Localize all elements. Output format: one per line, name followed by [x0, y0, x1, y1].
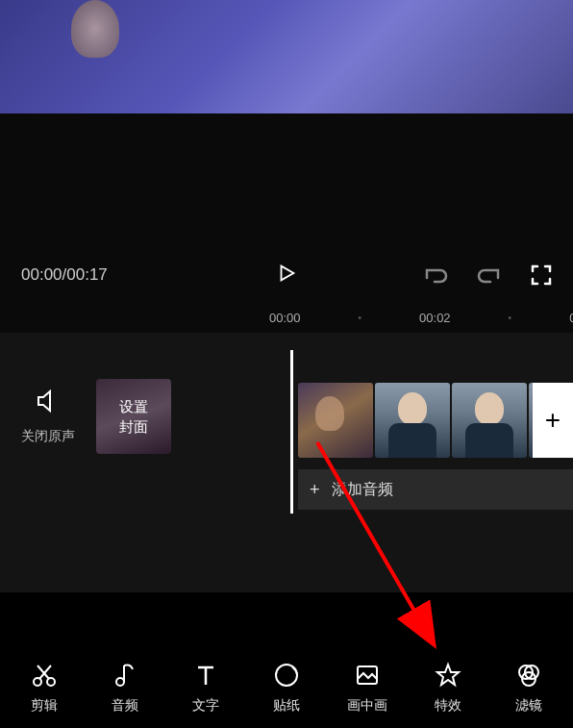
scissors-icon [31, 661, 58, 690]
play-button[interactable] [276, 262, 297, 289]
svg-point-11 [276, 665, 297, 686]
image-icon [354, 661, 381, 690]
timeline-ruler: 00:00 • 00:02 • 0 [0, 302, 573, 333]
timeline-area[interactable]: 关闭原声 设置 封面 + + 添加音频 [0, 333, 573, 592]
add-clip-button[interactable]: + [533, 383, 573, 458]
svg-line-5 [39, 665, 51, 679]
text-tool[interactable]: 文字 [170, 661, 241, 715]
ruler-dot: • [359, 313, 362, 323]
undo-button[interactable] [423, 264, 448, 286]
ruler-mark: 00:02 [419, 311, 451, 325]
sticker-icon [273, 661, 300, 690]
ruler-dot: • [509, 313, 512, 323]
mute-label: 关闭原声 [21, 428, 75, 445]
text-icon [192, 661, 219, 690]
video-preview-frame[interactable] [0, 0, 573, 113]
tool-label: 贴纸 [273, 697, 300, 715]
audio-tool[interactable]: 音频 [89, 661, 161, 715]
filter-tool[interactable]: 滤镜 [493, 661, 564, 715]
svg-marker-0 [282, 266, 294, 281]
cover-label-2: 封面 [119, 416, 148, 437]
ruler-mark: 0 [569, 311, 573, 325]
tool-label: 文字 [192, 697, 219, 715]
pip-tool[interactable]: 画中画 [332, 661, 403, 715]
clip-thumbnail[interactable] [375, 383, 450, 458]
bottom-toolbar: 剪辑 音频 文字 贴纸 画中画 特效 滤镜 [0, 651, 573, 728]
fullscreen-button[interactable] [531, 264, 552, 286]
clip-thumbnail[interactable] [452, 383, 527, 458]
edit-tool[interactable]: 剪辑 [9, 661, 80, 715]
cover-label-1: 设置 [119, 396, 148, 416]
add-audio-track[interactable]: + 添加音频 [298, 469, 573, 510]
tool-label: 滤镜 [515, 697, 542, 715]
star-icon [435, 661, 461, 690]
time-display: 00:00/00:17 [21, 265, 108, 285]
svg-point-7 [116, 678, 124, 686]
speaker-icon [35, 388, 62, 418]
playback-controls: 00:00/00:17 [0, 248, 573, 302]
tool-label: 画中画 [347, 697, 387, 715]
clip-thumbnail[interactable] [298, 383, 373, 458]
playhead[interactable] [290, 350, 293, 514]
filter-icon [515, 661, 542, 690]
music-note-icon [112, 661, 138, 690]
video-letterbox [0, 113, 573, 248]
set-cover-button[interactable]: 设置 封面 [96, 379, 171, 454]
mute-original-sound[interactable]: 关闭原声 [0, 388, 96, 445]
tool-label: 音频 [112, 697, 138, 715]
redo-button[interactable] [477, 264, 502, 286]
add-audio-label: 添加音频 [332, 480, 393, 500]
tool-label: 剪辑 [31, 697, 58, 715]
tool-label: 特效 [435, 697, 461, 715]
svg-line-6 [37, 665, 49, 679]
ruler-mark: 00:00 [269, 311, 301, 325]
plus-icon: + [310, 480, 320, 500]
sticker-tool[interactable]: 贴纸 [251, 661, 322, 715]
effects-tool[interactable]: 特效 [412, 661, 484, 715]
